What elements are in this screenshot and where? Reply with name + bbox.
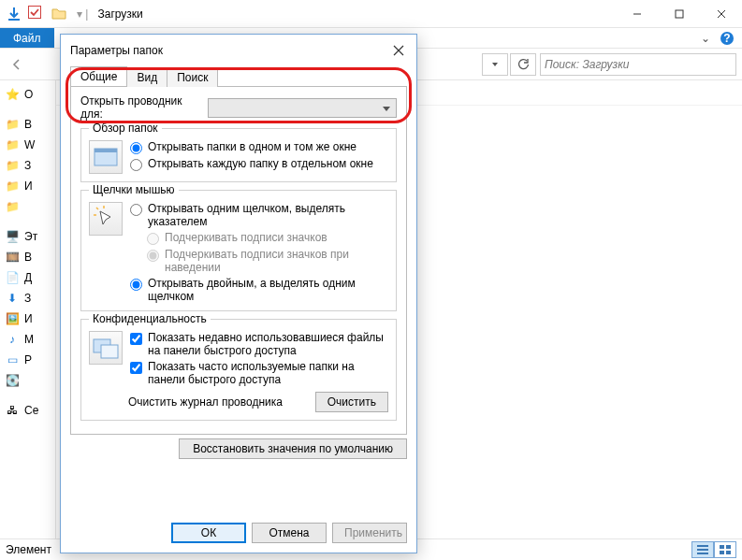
tab-strip: Общие Вид Поиск xyxy=(70,66,407,86)
sidebar-item[interactable]: 🖼️И xyxy=(0,309,55,329)
close-button[interactable] xyxy=(700,0,742,28)
sidebar-item-network[interactable]: 🖧Се xyxy=(0,400,55,421)
music-icon: ♪ xyxy=(4,331,21,348)
svg-rect-14 xyxy=(95,149,117,152)
sidebar-item[interactable]: 📄Д xyxy=(0,267,55,288)
svg-rect-1 xyxy=(29,6,41,18)
maximize-button[interactable] xyxy=(658,0,700,28)
folder-icon: 📁 xyxy=(4,136,21,153)
browse-folders-group: Обзор папок Открывать папки в одном и то… xyxy=(80,128,397,182)
address-history-dropdown[interactable] xyxy=(482,53,508,76)
folder-icon xyxy=(51,6,67,22)
svg-rect-6 xyxy=(697,545,708,547)
svg-rect-12 xyxy=(726,551,731,554)
checkbox-quick-icon[interactable] xyxy=(28,6,45,22)
radio-separate-window[interactable]: Открывать каждую папку в отдельном окне xyxy=(130,157,373,171)
svg-rect-8 xyxy=(697,553,708,554)
window-icon xyxy=(89,140,123,174)
clear-history-label: Очистить журнал проводника xyxy=(128,395,283,409)
folder-icon: 📁 xyxy=(4,157,21,174)
svg-rect-3 xyxy=(676,10,683,18)
radio-same-window[interactable]: Открывать папки в одном и том же окне xyxy=(130,140,373,154)
open-explorer-for-combo[interactable] xyxy=(208,98,397,118)
click-items-group: Щелчки мышью Открывать одним щелчком, вы… xyxy=(80,190,397,311)
folder-icon: 📁 xyxy=(4,198,21,215)
sidebar-item[interactable]: 📁И xyxy=(0,176,55,196)
svg-rect-7 xyxy=(697,549,708,551)
cancel-button[interactable]: Отмена xyxy=(252,523,327,543)
folder-icon: 📁 xyxy=(4,178,21,194)
sidebar-item-downloads[interactable]: ⬇З xyxy=(0,288,55,309)
radio-underline-always: Подчеркивать подписи значков xyxy=(147,231,388,245)
qatoolbar-divider: ▾ | xyxy=(77,7,88,21)
status-text: Элемент xyxy=(6,543,51,556)
computer-icon: 🖥️ xyxy=(4,228,21,245)
radio-double-click[interactable]: Открывать двойным, а выделять одним щелч… xyxy=(130,277,388,303)
refresh-button[interactable] xyxy=(510,53,536,76)
sidebar-item[interactable]: 📁В xyxy=(0,114,55,135)
browse-folders-legend: Обзор папок xyxy=(89,122,162,135)
picture-icon: 🖼️ xyxy=(4,310,21,327)
desktop-icon: ▭ xyxy=(4,352,21,368)
sidebar-item[interactable]: ♪М xyxy=(0,329,55,350)
sidebar-item[interactable]: 💽 xyxy=(0,370,55,391)
open-explorer-for-label: Открыть проводник для: xyxy=(80,94,202,121)
drive-icon: 💽 xyxy=(4,372,21,389)
search-input[interactable] xyxy=(545,58,732,71)
sidebar-item-this-pc[interactable]: 🖥️Эт xyxy=(0,226,55,247)
document-icon: 📄 xyxy=(4,269,21,286)
svg-rect-0 xyxy=(8,19,20,21)
apply-button[interactable]: Применить xyxy=(332,523,407,543)
svg-rect-16 xyxy=(101,345,118,358)
svg-rect-11 xyxy=(720,551,724,554)
sidebar-item[interactable]: 📁W xyxy=(0,135,55,155)
cursor-click-icon xyxy=(89,202,123,236)
ok-button[interactable]: ОК xyxy=(171,523,246,543)
search-box[interactable] xyxy=(540,53,736,76)
download-arrow-icon xyxy=(6,6,22,22)
folder-icon: 📁 xyxy=(4,116,21,133)
help-icon[interactable]: ? xyxy=(720,31,735,46)
download-icon: ⬇ xyxy=(4,290,21,307)
star-icon: ⭐ xyxy=(4,86,21,103)
sidebar-item[interactable]: ⭐O xyxy=(0,84,55,105)
nav-sidebar[interactable]: ⭐O 📁В 📁W 📁З 📁И 📁 🖥️Эт 🎞️В 📄Д ⬇З 🖼️И ♪М ▭… xyxy=(0,80,56,538)
click-items-legend: Щелчки мышью xyxy=(89,183,179,196)
svg-text:?: ? xyxy=(723,32,730,45)
svg-rect-10 xyxy=(726,545,731,549)
restore-defaults-button[interactable]: Восстановить значения по умолчанию xyxy=(179,438,407,459)
tab-general[interactable]: Общие xyxy=(70,66,127,86)
sidebar-item[interactable]: 🎞️В xyxy=(0,247,55,267)
folder-options-dialog: Параметры папок Общие Вид Поиск Открыть … xyxy=(60,34,417,553)
sidebar-item[interactable]: 📁 xyxy=(0,196,55,217)
privacy-icon xyxy=(89,331,123,365)
tab-panel-general: Открыть проводник для: Обзор папок Откры… xyxy=(70,86,407,435)
tab-view[interactable]: Вид xyxy=(126,67,167,87)
radio-underline-hover: Подчеркивать подписи значков при наведен… xyxy=(147,248,388,274)
clear-history-button[interactable]: Очистить xyxy=(315,392,388,412)
network-icon: 🖧 xyxy=(4,402,21,419)
minimize-button[interactable] xyxy=(616,0,658,28)
tab-search[interactable]: Поиск xyxy=(167,67,218,87)
dialog-title: Параметры папок xyxy=(70,44,163,57)
privacy-group: Конфиденциальность Показать недавно испо… xyxy=(80,319,397,421)
window-title: Загрузки xyxy=(97,7,142,21)
dialog-close-button[interactable] xyxy=(390,42,407,59)
radio-single-click[interactable]: Открывать одним щелчком, выделять указат… xyxy=(130,202,388,228)
video-icon: 🎞️ xyxy=(4,249,21,266)
check-frequent-folders[interactable]: Показать часто используемые папки на пан… xyxy=(130,360,388,386)
file-tab[interactable]: Файл xyxy=(0,28,54,48)
sidebar-item[interactable]: 📁З xyxy=(0,155,55,176)
details-view-button[interactable] xyxy=(691,541,714,558)
ribbon-expand-icon[interactable]: ⌄ xyxy=(701,32,710,45)
privacy-legend: Конфиденциальность xyxy=(89,312,211,325)
svg-rect-9 xyxy=(720,545,724,549)
check-recent-files[interactable]: Показать недавно использовавшиеся файлы … xyxy=(130,331,388,357)
icons-view-button[interactable] xyxy=(714,541,736,558)
sidebar-item[interactable]: ▭Р xyxy=(0,350,55,370)
back-button[interactable] xyxy=(6,53,28,76)
title-bar: ▾ | Загрузки xyxy=(0,0,742,28)
